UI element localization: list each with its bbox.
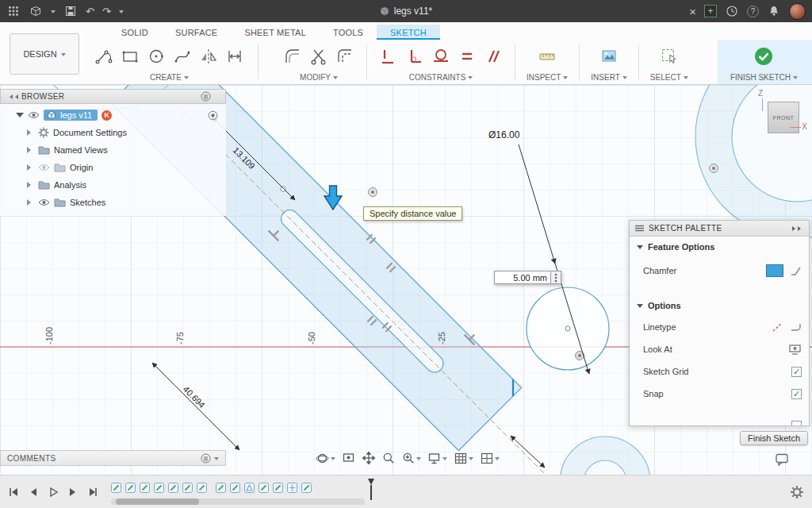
line-tool-icon[interactable] — [94, 46, 114, 67]
file-menu-caret-icon[interactable] — [51, 10, 56, 16]
timeline-feature-icon[interactable] — [197, 482, 207, 496]
step-back-icon[interactable] — [28, 487, 39, 498]
select-tool-icon[interactable] — [659, 46, 680, 67]
timeline-feature-icon[interactable] — [168, 482, 178, 496]
play-icon[interactable] — [48, 487, 59, 498]
expand-icon[interactable] — [27, 129, 34, 136]
finish-sketch-icon[interactable] — [753, 46, 774, 67]
comments-caret-icon[interactable] — [214, 457, 219, 463]
expand-icon[interactable] — [27, 182, 34, 188]
sketch-grid-checkbox[interactable]: ✓ — [791, 367, 802, 377]
redo-icon[interactable]: ↷ — [102, 6, 111, 17]
collapse-icon[interactable] — [7, 94, 18, 99]
distance-value-input[interactable] — [494, 271, 551, 284]
rectangle-tool-icon[interactable] — [120, 46, 140, 67]
comments-bar[interactable]: COMMENTS — [0, 450, 226, 466]
view-cube-front-face[interactable]: FRONT — [768, 102, 799, 133]
redo-caret-icon[interactable] — [119, 10, 124, 16]
dimension-label[interactable]: Ø16.00 — [488, 129, 520, 140]
mirror-tool-icon[interactable] — [198, 46, 219, 67]
horizontal-vertical-constraint-icon[interactable] — [378, 46, 399, 67]
insert-canvas-icon[interactable] — [599, 46, 619, 67]
undock-chevrons-icon[interactable] — [792, 226, 803, 231]
timeline-feature-icon[interactable] — [154, 482, 164, 496]
tab-sketch[interactable]: SKETCH — [377, 25, 440, 40]
notifications-icon[interactable] — [767, 4, 781, 18]
expand-icon[interactable] — [16, 113, 24, 117]
dimension-label[interactable]: 40.694 — [182, 384, 207, 410]
display-settings-button[interactable] — [428, 452, 447, 464]
look-at-button[interactable] — [343, 452, 355, 464]
timeline-feature-icon[interactable] — [216, 482, 226, 496]
timeline-feature-icon[interactable] — [287, 482, 297, 496]
grid-layout-button[interactable] — [454, 452, 473, 464]
browser-root-row[interactable]: legs v11 K — [0, 106, 226, 124]
app-grid-icon[interactable] — [6, 4, 21, 18]
timeline-feature-icon[interactable] — [273, 482, 283, 496]
browser-item-named-views[interactable]: Named Views — [0, 141, 226, 159]
timeline-settings-gear-icon[interactable] — [790, 485, 804, 499]
offset-tool-icon[interactable] — [335, 46, 355, 67]
timeline-feature-icon[interactable] — [230, 482, 240, 496]
skip-to-end-icon[interactable] — [87, 487, 98, 498]
chamfer-type-swatch[interactable] — [766, 264, 783, 277]
sketch-points[interactable] — [281, 164, 718, 197]
finish-sketch-dropdown[interactable]: FINISH SKETCH — [730, 73, 798, 82]
look-at-icon[interactable] — [789, 344, 802, 355]
tab-solid[interactable]: SOLID — [108, 25, 162, 40]
save-icon[interactable] — [63, 4, 78, 18]
browser-item-origin[interactable]: Origin — [0, 159, 226, 176]
parallel-constraint-icon[interactable] — [483, 46, 504, 67]
timeline-feature-icon[interactable] — [259, 482, 269, 496]
fit-button[interactable] — [402, 452, 421, 464]
finish-sketch-button[interactable]: Finish Sketch — [740, 431, 808, 445]
panel-menu-icon[interactable] — [201, 453, 211, 464]
menu-bars-icon[interactable] — [635, 225, 644, 232]
tab-tools[interactable]: TOOLS — [320, 25, 377, 40]
orbit-button[interactable] — [316, 452, 335, 465]
skip-to-start-icon[interactable] — [8, 487, 19, 498]
undo-icon[interactable]: ↶ — [86, 6, 94, 17]
visibility-eye-off-icon[interactable] — [38, 164, 50, 171]
hold-badge[interactable]: K — [102, 110, 112, 121]
palette-header[interactable]: SKETCH PALETTE — [630, 221, 809, 237]
dimension-tool-icon[interactable] — [224, 46, 245, 67]
step-forward-icon[interactable] — [67, 487, 79, 498]
view-cube[interactable]: Z FRONT X — [756, 89, 807, 157]
spline-tool-icon[interactable] — [172, 46, 193, 67]
pan-button[interactable] — [362, 452, 375, 464]
root-document-chip[interactable]: legs v11 — [44, 110, 98, 121]
timeline-scrollbar-thumb[interactable] — [116, 498, 199, 505]
modify-dropdown[interactable]: MODIFY — [300, 73, 338, 82]
fillet-tool-icon[interactable] — [282, 46, 303, 67]
feedback-bubble-icon[interactable] — [776, 453, 789, 469]
user-avatar[interactable] — [789, 3, 806, 20]
browser-item-analysis[interactable]: Analysis — [0, 176, 226, 194]
equal-constraint-icon[interactable] — [457, 46, 477, 67]
file-menu-icon[interactable] — [29, 4, 43, 18]
sketch-viewport[interactable]: 13.109 40.694 Ø16.00 -100 -75 -50 -25 BR… — [0, 85, 812, 475]
insert-dropdown[interactable]: INSERT — [591, 73, 627, 82]
workspace-selector[interactable]: DESIGN — [10, 33, 79, 75]
input-options-icon[interactable] — [551, 271, 561, 284]
timeline-feature-icon[interactable] — [182, 482, 193, 496]
dimension-40[interactable]: 40.694 — [152, 363, 239, 450]
close-document-icon[interactable]: × — [689, 6, 696, 17]
timeline-feature-icon[interactable] — [125, 482, 136, 496]
construction-line-icon[interactable] — [772, 321, 783, 333]
expand-icon[interactable] — [27, 199, 34, 206]
centerline-icon[interactable] — [790, 321, 802, 333]
constraints-dropdown[interactable]: CONSTRAINTS — [409, 73, 473, 82]
hole-circle[interactable] — [527, 287, 609, 370]
timeline-feature-icon[interactable] — [111, 482, 121, 496]
panel-menu-icon[interactable] — [201, 91, 211, 102]
tab-sheet-metal[interactable]: SHEET METAL — [231, 25, 320, 40]
visibility-eye-icon[interactable] — [28, 111, 40, 119]
tangent-constraint-icon[interactable] — [431, 46, 451, 67]
browser-item-document-settings[interactable]: Document Settings — [0, 124, 226, 141]
expand-icon[interactable] — [27, 164, 34, 171]
circle-tool-icon[interactable] — [146, 46, 167, 67]
timeline-position-marker[interactable] — [366, 478, 376, 505]
job-status-icon[interactable] — [725, 4, 739, 18]
snap-checkbox[interactable]: ✓ — [791, 389, 802, 399]
